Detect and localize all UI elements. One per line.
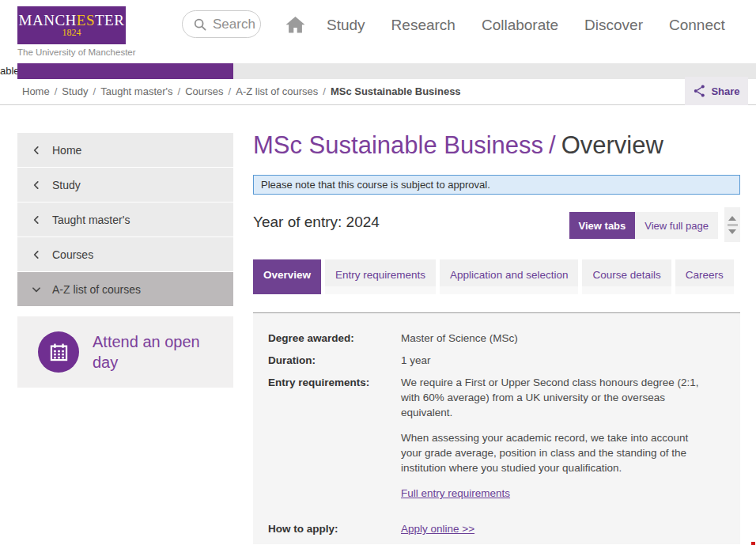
breadcrumb-separator: / bbox=[323, 85, 326, 97]
sidebar: HomeStudyTaught master'sCoursesA-Z list … bbox=[17, 133, 233, 388]
breadcrumb-current: MSc Sustainable Business bbox=[331, 85, 461, 97]
stepper-handle[interactable] bbox=[728, 224, 738, 226]
sidebar-item-taught-master-s[interactable]: Taught master's bbox=[17, 202, 233, 237]
chevron-left-icon bbox=[31, 145, 42, 156]
stepper-up-icon[interactable] bbox=[728, 216, 736, 221]
detail-label: Degree awarded: bbox=[268, 331, 401, 346]
detail-paragraph: We require a First or Upper Second class… bbox=[401, 375, 701, 420]
course-details-panel: Degree awarded:Master of Science (MSc)Du… bbox=[253, 312, 740, 544]
view-toggle-group: View tabs View full page bbox=[569, 207, 740, 242]
university-logo[interactable]: MANCHESTER 1824 The University of Manche… bbox=[17, 6, 136, 57]
chevron-left-icon bbox=[31, 180, 42, 191]
breadcrumb-link-courses[interactable]: Courses bbox=[185, 85, 223, 97]
search-icon bbox=[193, 17, 207, 32]
sidebar-item-label: Courses bbox=[52, 248, 93, 261]
search-label: Search bbox=[213, 17, 255, 32]
scroll-stepper bbox=[724, 207, 740, 242]
sidebar-item-home[interactable]: Home bbox=[17, 133, 233, 167]
chevron-left-icon bbox=[31, 214, 42, 225]
nav-item-collaborate[interactable]: Collaborate bbox=[482, 17, 558, 34]
detail-link-apply-online[interactable]: Apply online >> bbox=[401, 521, 474, 536]
detail-value: We require a First or Upper Second class… bbox=[401, 375, 701, 514]
breadcrumb: Home/Study/Taught master's/Courses/A-Z l… bbox=[22, 85, 461, 97]
course-name: MSc Sustainable Business bbox=[253, 131, 543, 159]
breadcrumb-separator: / bbox=[178, 85, 181, 97]
logo-tagline: The University of Manchester bbox=[17, 47, 136, 57]
detail-row-entry-requirements: Entry requirements:We require a First or… bbox=[268, 375, 725, 514]
nav-item-connect[interactable]: Connect bbox=[669, 17, 725, 34]
nav-item-research[interactable]: Research bbox=[391, 17, 455, 34]
share-button[interactable]: Share bbox=[685, 77, 748, 105]
logo-year: 1824 bbox=[62, 28, 81, 39]
sidebar-item-label: A-Z list of courses bbox=[52, 283, 141, 296]
nav-item-study[interactable]: Study bbox=[327, 17, 365, 34]
logo-crest: MANCHESTER 1824 bbox=[17, 6, 126, 44]
detail-label: Duration: bbox=[268, 353, 401, 368]
strip-purple-bar bbox=[17, 63, 233, 79]
search-box[interactable]: Search bbox=[182, 10, 261, 38]
sidebar-item-label: Study bbox=[52, 179, 81, 191]
year-of-entry-row: Year of entry: 2024 View tabs View full … bbox=[253, 207, 740, 242]
home-icon[interactable] bbox=[285, 17, 305, 36]
detail-value: Apply online >>Applying to multiple prog… bbox=[401, 521, 557, 545]
view-full-page-button[interactable]: View full page bbox=[635, 212, 718, 239]
nav-item-discover[interactable]: Discover bbox=[584, 17, 643, 34]
breadcrumb-link-a-z-list-of-courses[interactable]: A-Z list of courses bbox=[236, 85, 318, 97]
section-name: Overview bbox=[561, 131, 663, 159]
stepper-down-icon[interactable] bbox=[728, 229, 736, 234]
sidebar-items: HomeStudyTaught master'sCoursesA-Z list … bbox=[17, 133, 233, 306]
detail-text: 1 year bbox=[401, 353, 431, 368]
artifact-red-dot bbox=[751, 542, 755, 545]
year-of-entry-label: Year of entry: 2024 bbox=[253, 214, 380, 231]
breadcrumb-separator: / bbox=[55, 85, 58, 97]
main-content: MSc Sustainable Business/Overview Please… bbox=[253, 129, 740, 544]
breadcrumb-separator: / bbox=[93, 85, 96, 97]
detail-value: Master of Science (MSc) bbox=[401, 331, 518, 346]
share-icon bbox=[693, 84, 706, 98]
detail-text: Master of Science (MSc) bbox=[401, 331, 518, 346]
open-day-label: Attend an open day bbox=[93, 331, 213, 373]
open-day-link[interactable]: Attend an open day bbox=[17, 316, 233, 388]
tab-application-and-selection[interactable]: Application and selection bbox=[440, 259, 578, 294]
breadcrumb-bar: Home/Study/Taught master's/Courses/A-Z l… bbox=[0, 79, 756, 105]
detail-paragraph: When assessing your academic record, we … bbox=[401, 430, 701, 475]
logo-wordmark: MANCHESTER bbox=[19, 13, 125, 28]
tab-careers[interactable]: Careers bbox=[675, 259, 734, 294]
site-header: MANCHESTER 1824 The University of Manche… bbox=[0, 0, 756, 63]
calendar-icon bbox=[38, 331, 79, 373]
detail-label: How to apply: bbox=[268, 521, 401, 545]
tab-entry-requirements[interactable]: Entry requirements bbox=[325, 259, 436, 294]
view-tabs-button[interactable]: View tabs bbox=[569, 212, 636, 239]
share-label: Share bbox=[711, 85, 739, 97]
page-title: MSc Sustainable Business/Overview bbox=[253, 129, 740, 162]
detail-link-full-entry-requirements[interactable]: Full entry requirements bbox=[401, 486, 510, 501]
detail-label: Entry requirements: bbox=[268, 375, 401, 514]
breadcrumb-separator: / bbox=[229, 85, 232, 97]
clipped-text: able bbox=[0, 65, 20, 77]
course-tabs: OverviewEntry requirementsApplication an… bbox=[253, 259, 740, 294]
chevron-left-icon bbox=[31, 249, 42, 260]
breadcrumb-link-study[interactable]: Study bbox=[62, 85, 88, 97]
sidebar-item-courses[interactable]: Courses bbox=[17, 237, 233, 271]
tab-overview[interactable]: Overview bbox=[253, 259, 321, 294]
tab-course-details[interactable]: Course details bbox=[582, 259, 671, 294]
breadcrumb-link-home[interactable]: Home bbox=[22, 85, 50, 97]
header-nav: StudyResearchCollaborateDiscoverConnect bbox=[327, 17, 725, 34]
scroll-strip: able bbox=[0, 63, 756, 79]
chevron-down-icon bbox=[31, 284, 42, 295]
detail-row-duration: Duration:1 year bbox=[268, 353, 725, 368]
sidebar-item-a-z-list-of-courses[interactable]: A-Z list of courses bbox=[17, 272, 233, 306]
detail-value: 1 year bbox=[401, 353, 431, 368]
breadcrumb-link-taught-master-s[interactable]: Taught master's bbox=[100, 85, 172, 97]
sidebar-item-study[interactable]: Study bbox=[17, 168, 233, 202]
detail-row-degree-awarded: Degree awarded:Master of Science (MSc) bbox=[268, 331, 725, 346]
sidebar-item-label: Taught master's bbox=[52, 214, 130, 226]
title-separator: / bbox=[549, 131, 556, 159]
approval-notice: Please note that this course is subject … bbox=[253, 175, 740, 195]
sidebar-item-label: Home bbox=[52, 144, 81, 157]
detail-row-how-to-apply: How to apply:Apply online >>Applying to … bbox=[268, 521, 725, 545]
